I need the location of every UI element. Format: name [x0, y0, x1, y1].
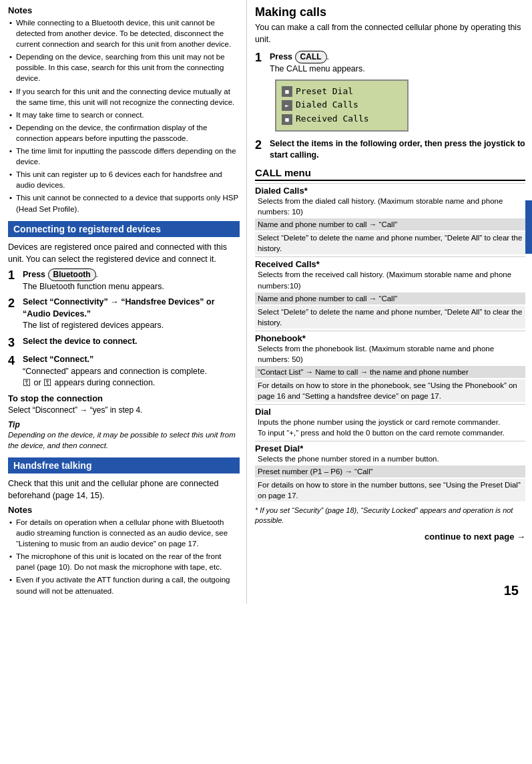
making-step1-period: .	[327, 52, 329, 61]
menu-item-desc: Selects from the received call history. …	[255, 269, 525, 291]
menu-item-desc: Inputs the phone number using the joysti…	[255, 417, 525, 438]
call-menu-title: CALL menu	[255, 167, 525, 181]
step2-main: Select “Connectivity” → “Handsfree Devic…	[23, 297, 215, 319]
call-button-label: CALL	[295, 51, 327, 63]
menu-item-desc: Selects from the dialed call history. (M…	[255, 196, 525, 217]
lcd-row: ►Dialed Calls	[282, 98, 402, 112]
blue-sidebar-tab	[525, 200, 532, 254]
step4-desc2: ⚿ or ⚿ appears during connection.	[23, 378, 155, 387]
step4-desc1: “Connected” appears and connection is co…	[23, 367, 207, 376]
lcd-icon: ■	[282, 86, 292, 97]
step2-desc: The list of registered devices appears.	[23, 321, 164, 330]
handsfree-notes-heading: Notes	[8, 505, 240, 515]
lcd-text: Dialed Calls	[296, 98, 358, 112]
making-step1-main: Press	[270, 52, 292, 61]
step4-main: Select “Connect.”	[23, 355, 93, 364]
notes-list-item: Depending on the device, the confirmatio…	[8, 122, 240, 144]
making-calls-title: Making calls	[255, 5, 525, 19]
making-step1-number: 1	[255, 51, 270, 75]
making-step1-content: Press CALL. The CALL menu appears.	[270, 51, 525, 75]
menu-item: Received Calls*Selects from the received…	[255, 256, 525, 328]
step4-content: Select “Connect.” “Connected” appears an…	[23, 354, 240, 389]
menu-item-heading: Received Calls*	[255, 256, 525, 269]
menu-item-desc: Selects the phone number stored in a num…	[255, 453, 525, 464]
page-container: Notes While connecting to a Bluetooth de…	[0, 0, 532, 604]
footnote: * If you set “Security” (page 18), “Secu…	[255, 506, 525, 526]
menu-item-desc: Selects from the phonebook list. (Maximu…	[255, 343, 525, 365]
menu-item-grey-row: For details on how to store in the numbe…	[255, 479, 525, 502]
menu-item-arrow-row: Name and phone number to call → “Call”	[255, 293, 525, 305]
menu-item-heading: Dial	[255, 404, 525, 417]
making-step2-number: 2	[255, 138, 270, 162]
menu-item-grey-row: Select “Delete” to delete the name and p…	[255, 306, 525, 329]
stop-text: Select “Disconnect” → “yes” in step 4.	[8, 405, 240, 416]
menu-item: Phonebook*Selects from the phonebook lis…	[255, 331, 525, 402]
menu-item-grey-row: Select “Delete” to delete the name and p…	[255, 232, 525, 254]
step2-content: Select “Connectivity” → “Handsfree Devic…	[23, 297, 240, 332]
handsfree-notes-item: The microphone of this unit is located o…	[8, 551, 240, 572]
step1-period: .	[96, 270, 98, 279]
step1-number: 1	[8, 268, 23, 293]
continue-text: continue to next page →	[255, 532, 525, 542]
menu-item: DialInputs the phone number using the jo…	[255, 404, 525, 438]
right-column: Making calls You can make a call from th…	[247, 0, 532, 604]
menu-item-heading: Phonebook*	[255, 331, 525, 343]
menu-item-heading: Dialed Calls*	[255, 183, 525, 196]
menu-item: Dialed Calls*Selects from the dialed cal…	[255, 183, 525, 254]
stop-heading: To stop the connection	[8, 393, 240, 403]
lcd-row: ■Received Calls	[282, 112, 402, 126]
notes-list-item: If you search for this unit and the conn…	[8, 86, 240, 108]
step1-main-label: Press	[23, 270, 45, 279]
menu-item-arrow-row: “Contact List” → Name to call → the name…	[255, 366, 525, 378]
lcd-icon: ►	[282, 100, 292, 111]
step1-content: Press Bluetooth. The Bluetooth function …	[23, 268, 240, 293]
connecting-desc: Devices are registered once paired and c…	[8, 241, 240, 265]
making-step2-content: Select the items in the following order,…	[270, 138, 525, 162]
notes-list-item: This unit can register up to 6 devices e…	[8, 169, 240, 190]
handsfree-desc: Check that this unit and the cellular ph…	[8, 478, 240, 502]
connecting-step4: 4 Select “Connect.” “Connected” appears …	[8, 354, 240, 389]
notes-list-item: While connecting to a Bluetooth device, …	[8, 17, 240, 49]
lcd-text: Received Calls	[296, 112, 369, 126]
notes-list-item: Depending on the device, searching from …	[8, 51, 240, 83]
handsfree-notes-item: Even if you activate the ATT function du…	[8, 574, 240, 596]
making-calls-step1: 1 Press CALL. The CALL menu appears.	[255, 51, 525, 75]
bluetooth-button-label: Bluetooth	[48, 268, 96, 281]
menu-item-arrow-row: Name and phone number to call → “Call”	[255, 218, 525, 230]
notes-list-item: This unit cannot be connected to a devic…	[8, 192, 240, 214]
notes-heading: Notes	[8, 5, 240, 15]
step3-number: 3	[8, 336, 23, 351]
step4-number: 4	[8, 354, 23, 389]
left-column: Notes While connecting to a Bluetooth de…	[0, 0, 247, 604]
menu-item: Preset Dial*Selects the phone number sto…	[255, 441, 525, 502]
notes-list: While connecting to a Bluetooth device, …	[8, 17, 240, 214]
step3-main: Select the device to connect.	[23, 337, 138, 346]
lcd-row: ■Preset Dial	[282, 85, 402, 99]
step1-desc: The Bluetooth function menu appears.	[23, 282, 164, 291]
connecting-heading: Connecting to registered devices	[8, 221, 240, 237]
making-calls-step2: 2 Select the items in the following orde…	[255, 138, 525, 162]
handsfree-notes-item: For details on operation when a cellular…	[8, 517, 240, 549]
making-step1-desc: The CALL menu appears.	[270, 64, 365, 73]
call-menu-items: Dialed Calls*Selects from the dialed cal…	[255, 183, 525, 502]
lcd-text: Preset Dial	[296, 85, 353, 99]
lcd-display: ■Preset Dial►Dialed Calls■Received Calls	[275, 79, 409, 132]
tip-label: Tip	[8, 420, 20, 429]
lcd-icon: ■	[282, 114, 292, 125]
connecting-step3: 3 Select the device to connect.	[8, 336, 240, 351]
step2-number: 2	[8, 297, 23, 332]
handsfree-heading: Handsfree talking	[8, 457, 240, 473]
step3-content: Select the device to connect.	[23, 336, 240, 351]
connecting-step2: 2 Select “Connectivity” → “Handsfree Dev…	[8, 297, 240, 332]
connecting-step1: 1 Press Bluetooth. The Bluetooth functio…	[8, 268, 240, 293]
notes-list-item: The time limit for inputting the passcod…	[8, 146, 240, 167]
menu-item-arrow-row: Preset number (P1 – P6) → “Call”	[255, 465, 525, 478]
menu-item-grey-row: For details on how to store in the phone…	[255, 379, 525, 402]
making-step2-main: Select the items in the following order,…	[270, 139, 525, 160]
menu-item-heading: Preset Dial*	[255, 441, 525, 453]
page-number: 15	[504, 583, 519, 598]
notes-list-item: It may take time to search or connect.	[8, 110, 240, 120]
tip-text: Depending on the device, it may be possi…	[8, 429, 240, 451]
handsfree-notes-list: For details on operation when a cellular…	[8, 517, 240, 596]
making-calls-desc: You can make a call from the connected c…	[255, 21, 525, 45]
